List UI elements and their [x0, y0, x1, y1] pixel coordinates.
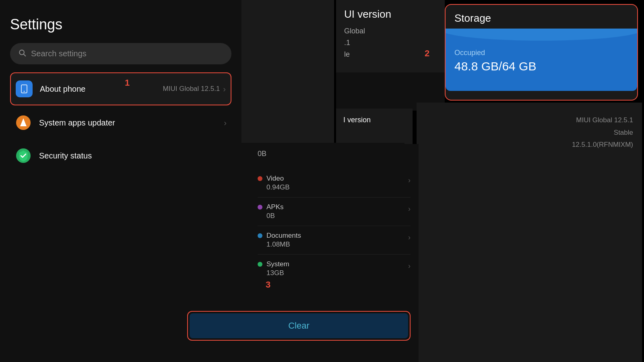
about-phone-icon	[16, 80, 33, 97]
storage-card-header: Storage	[446, 5, 637, 29]
annotation-3: 3	[266, 280, 270, 290]
system-info: System 13GB	[266, 260, 408, 277]
storage-title: Storage	[454, 12, 491, 24]
storage-card: Storage Occupied 48.8 GB/64 GB	[445, 4, 638, 101]
system-chevron: ›	[408, 262, 411, 270]
storage-item-video[interactable]: Video 0.94GB ›	[258, 169, 411, 197]
storage-item-documents[interactable]: Documents 1.08MB ›	[258, 226, 411, 255]
apks-chevron: ›	[408, 205, 411, 213]
apks-name: APKs	[266, 203, 408, 211]
clear-area: Clear	[179, 290, 419, 362]
storage-top-0b: 0B	[258, 150, 411, 162]
storage-item-system[interactable]: System 13GB ›	[258, 255, 411, 283]
ui-version-bottom-title: I version	[343, 116, 405, 124]
documents-size: 1.08MB	[266, 241, 408, 249]
ui-version-title: UI version	[344, 8, 437, 21]
apks-size: 0B	[266, 212, 408, 220]
system-apps-icon	[15, 114, 32, 131]
about-phone-value: MIUI Global 12.5.1	[163, 85, 220, 93]
settings-title: Settings	[10, 16, 231, 33]
documents-info: Documents 1.08MB	[266, 232, 408, 249]
ui-version-sub1: .1	[344, 37, 437, 49]
storage-card-size: 48.8 GB/64 GB	[454, 60, 628, 73]
search-placeholder: Search settings	[31, 49, 87, 58]
apks-dot	[258, 205, 262, 210]
search-bar[interactable]: Search settings	[10, 43, 231, 64]
about-phone-label: About phone	[40, 84, 163, 94]
ui-version-global: Global	[344, 25, 437, 37]
miui-version-line2: Stable	[425, 127, 633, 139]
security-status-icon	[15, 147, 32, 164]
apks-info: APKs 0B	[266, 203, 408, 220]
dark-fill-3	[417, 159, 642, 362]
storage-card-blue: Occupied 48.8 GB/64 GB	[446, 29, 637, 91]
video-name: Video	[266, 175, 408, 183]
documents-name: Documents	[266, 232, 408, 240]
clear-button[interactable]: Clear	[190, 313, 408, 338]
annotation-2: 2	[425, 48, 429, 59]
miui-version-panel: MIUI Global 12.5.1 Stable 12.5.1.0(RFNMI…	[417, 103, 642, 163]
ui-version-sub2: le	[344, 49, 437, 60]
mid-dark-area	[242, 0, 334, 149]
system-name: System	[266, 260, 408, 268]
search-icon	[18, 49, 26, 59]
system-size: 13GB	[266, 269, 408, 277]
miui-version-line3: 12.5.1.0(RFNMIXM)	[425, 139, 633, 151]
documents-dot	[258, 233, 262, 238]
storage-occupied-label: Occupied	[454, 49, 628, 57]
svg-line-1	[24, 54, 26, 56]
menu-item-about-phone[interactable]: About phone MIUI Global 12.5.1 ›	[10, 72, 231, 105]
video-dot	[258, 176, 262, 181]
about-phone-chevron: ›	[223, 84, 226, 94]
miui-version-line1: MIUI Global 12.5.1	[425, 114, 633, 127]
video-size: 0.94GB	[266, 183, 408, 191]
system-dot	[258, 262, 262, 267]
system-apps-label: System apps updater	[39, 118, 224, 128]
system-apps-chevron: ›	[224, 118, 227, 128]
storage-item-apks[interactable]: APKs 0B ›	[258, 197, 411, 226]
clear-button-wrapper: Clear	[187, 311, 411, 341]
documents-chevron: ›	[408, 233, 411, 242]
video-info: Video 0.94GB	[266, 175, 408, 191]
annotation-1: 1	[125, 78, 130, 88]
menu-item-system-apps-updater[interactable]: System apps updater ›	[10, 107, 231, 138]
video-chevron: ›	[408, 176, 411, 185]
